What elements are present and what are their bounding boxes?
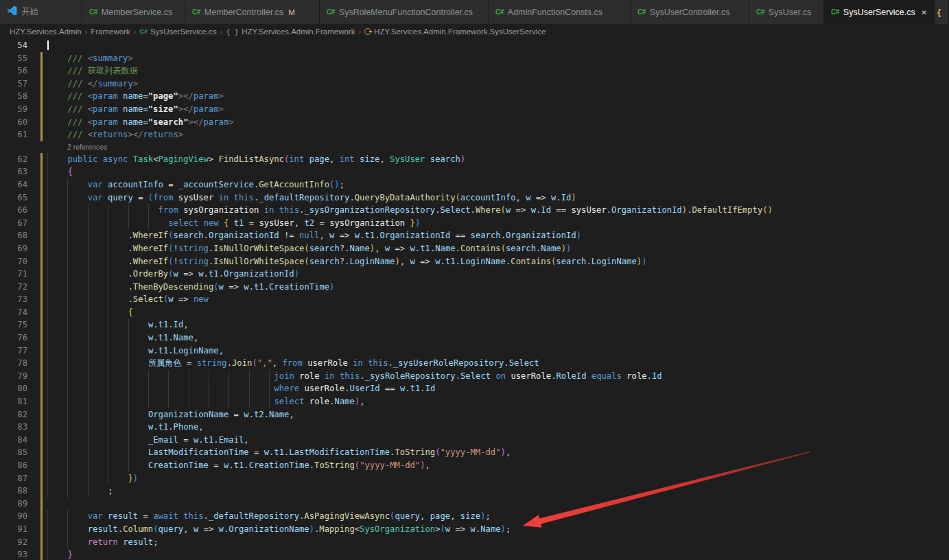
breadcrumb-item[interactable]: HZY.Services.Admin bbox=[10, 27, 82, 36]
code-editor[interactable]: 5455 /// <summary>56 /// 获取列表数据57 /// </… bbox=[0, 39, 949, 560]
tab-label: 开始 bbox=[21, 6, 38, 18]
breadcrumb-item[interactable]: Framework bbox=[91, 27, 130, 36]
indent-guides bbox=[47, 229, 128, 242]
line-number: 57 bbox=[0, 78, 27, 91]
code-line[interactable]: 85LastModificationTime = w.t1.LastModifi… bbox=[0, 446, 949, 459]
code-line[interactable]: 84_Email = w.t1.Email, bbox=[0, 434, 949, 447]
code-line-text: var accountInfo = _accountService.GetAcc… bbox=[47, 178, 344, 191]
code-line-text: .OrderBy(w => w.t1.OrganizationId) bbox=[47, 268, 299, 281]
indent-guides bbox=[47, 510, 88, 523]
git-modified-marker bbox=[40, 255, 43, 268]
code-line[interactable]: 62public async Task<PagingView> FindList… bbox=[0, 153, 949, 166]
indent-guides bbox=[47, 548, 67, 560]
git-modified-marker bbox=[40, 78, 43, 91]
indent-guides bbox=[47, 318, 148, 331]
code-line[interactable]: 68.WhereIf(search.OrganizationId != null… bbox=[0, 229, 949, 242]
code-line[interactable]: 82OrganizationName = w.t2.Name, bbox=[0, 408, 949, 421]
code-line[interactable]: 90var result = await this._defaultReposi… bbox=[0, 510, 949, 523]
indent-guides bbox=[47, 357, 148, 370]
codelens-references[interactable]: 2 references bbox=[67, 141, 107, 153]
tab-membercontroller.cs[interactable]: C#MemberController.csM bbox=[185, 0, 320, 24]
indent-guides bbox=[47, 255, 128, 268]
git-modified-marker bbox=[40, 357, 43, 370]
tab-label: SysUser.cs bbox=[769, 8, 812, 17]
code-line[interactable]: 59 /// <param name="size"></param> bbox=[0, 103, 949, 116]
code-line[interactable]: 79join role in this._sysRoleRepository.S… bbox=[0, 370, 949, 383]
line-number: 91 bbox=[0, 523, 27, 536]
code-line-text: from sysOrganization in this._sysOrganiz… bbox=[47, 204, 773, 217]
code-line[interactable]: 89 bbox=[0, 498, 949, 511]
code-line[interactable]: 69.WhereIf(!string.IsNullOrWhiteSpace(se… bbox=[0, 242, 949, 255]
tab-开始[interactable]: 开始 bbox=[0, 0, 82, 24]
code-line[interactable]: 56 /// 获取列表数据 bbox=[0, 65, 949, 78]
code-line[interactable]: 57 /// </summary> bbox=[0, 78, 949, 91]
code-line[interactable]: 58 /// <param name="page"></param> bbox=[0, 90, 949, 103]
code-line[interactable]: 60 /// <param name="search"></param> bbox=[0, 116, 949, 129]
tab-sysusercontroller.cs[interactable]: C#SysUserController.cs bbox=[631, 0, 749, 24]
tab-sysrolemenufunctioncontroller.cs[interactable]: C#SysRoleMenuFunctionController.cs bbox=[320, 0, 489, 24]
git-modified-marker bbox=[40, 345, 43, 358]
git-modified-marker bbox=[40, 103, 43, 116]
git-modified-marker bbox=[40, 128, 43, 141]
indent-guides bbox=[47, 536, 88, 549]
code-line[interactable]: 74{ bbox=[0, 306, 949, 319]
code-line[interactable]: 73.Select(w => new bbox=[0, 293, 949, 306]
tab-label: SysUserController.cs bbox=[650, 8, 730, 17]
code-line[interactable]: 83w.t1.Phone, bbox=[0, 421, 949, 434]
indent-guides bbox=[47, 242, 128, 255]
code-line[interactable]: 81select role.Name), bbox=[0, 395, 949, 408]
code-line[interactable]: 67select new { t1 = sysUser, t2 = sysOrg… bbox=[0, 217, 949, 230]
line-number: 79 bbox=[0, 370, 27, 383]
code-line[interactable]: 87}) bbox=[0, 472, 949, 485]
code-line[interactable]: 54 bbox=[0, 39, 949, 52]
code-line[interactable]: 93} bbox=[0, 548, 949, 560]
git-modified-marker bbox=[40, 306, 43, 319]
code-line-text: OrganizationName = w.t2.Name, bbox=[47, 408, 294, 421]
git-modified-marker bbox=[40, 370, 43, 383]
breadcrumb-item[interactable]: { }HZY.Services.Admin.Framework bbox=[226, 27, 355, 36]
code-line[interactable]: 80where userRole.UserId == w.t1.Id bbox=[0, 382, 949, 395]
code-line[interactable]: 76w.t1.Name, bbox=[0, 331, 949, 345]
code-line[interactable]: 66from sysOrganization in this._sysOrgan… bbox=[0, 204, 949, 217]
csharp-file-icon: C# bbox=[637, 8, 646, 16]
indent-guides bbox=[47, 382, 274, 395]
code-line[interactable]: 64var accountInfo = _accountService.GetA… bbox=[0, 178, 949, 191]
code-line[interactable]: 61 /// <returns></returns> bbox=[0, 128, 949, 141]
code-line[interactable]: 71.OrderBy(w => w.t1.OrganizationId) bbox=[0, 268, 949, 281]
tab-adminfunctionconsts.cs[interactable]: C#AdminFunctionConsts.cs bbox=[489, 0, 631, 24]
code-line[interactable]: 86CreationTime = w.t1.CreationTime.ToStr… bbox=[0, 459, 949, 472]
code-line[interactable]: 55 /// <summary> bbox=[0, 52, 949, 65]
tab-sysuser.cs[interactable]: C#SysUser.cs bbox=[749, 0, 824, 24]
csharp-file-icon: C# bbox=[327, 8, 335, 16]
code-line[interactable]: 72.ThenByDescending(w => w.t1.CreationTi… bbox=[0, 281, 949, 294]
tab-sysuserservice.cs[interactable]: C#SysUserService.cs× bbox=[824, 0, 935, 24]
code-line[interactable]: 92return result; bbox=[0, 536, 949, 549]
tab-[interactable]: { bbox=[935, 0, 949, 24]
git-modified-marker bbox=[40, 510, 43, 523]
code-line[interactable]: 78所属角色 = string.Join(",", from userRole … bbox=[0, 357, 949, 370]
breadcrumb-item-label: Framework bbox=[91, 27, 130, 36]
code-line[interactable]: 70.WhereIf(!string.IsNullOrWhiteSpace(se… bbox=[0, 255, 949, 268]
git-modified-marker bbox=[40, 459, 43, 472]
csharp-file-icon: C# bbox=[192, 8, 200, 16]
tab-close-icon[interactable]: × bbox=[922, 7, 927, 17]
git-modified-marker bbox=[40, 434, 43, 447]
tab-memberservice.cs[interactable]: C#MemberService.cs bbox=[82, 0, 185, 24]
tab-label: MemberService.cs bbox=[102, 8, 173, 17]
code-line-text: .WhereIf(search.OrganizationId != null, … bbox=[47, 229, 581, 242]
code-line[interactable]: 91result.Column(query, w => w.Organizati… bbox=[0, 523, 949, 536]
breadcrumb-item[interactable]: C#SysUserService.cs bbox=[139, 27, 216, 36]
line-number: 84 bbox=[0, 434, 27, 447]
code-line-text: /// <summary> bbox=[47, 52, 133, 65]
code-line[interactable]: 65var query = (from sysUser in this._def… bbox=[0, 191, 949, 205]
breadcrumb-item[interactable]: HZY.Services.Admin.Framework.SysUserServ… bbox=[364, 27, 546, 36]
code-line[interactable]: 75w.t1.Id, bbox=[0, 318, 949, 331]
code-line[interactable]: 88; bbox=[0, 485, 949, 498]
code-line[interactable]: 77w.t1.LoginName, bbox=[0, 345, 949, 358]
line-number: 82 bbox=[0, 408, 27, 421]
code-line-text: w.t1.Name, bbox=[47, 331, 198, 345]
code-line-text: LastModificationTime = w.t1.LastModifica… bbox=[47, 446, 511, 459]
breadcrumb-item-label: HZY.Services.Admin.Framework.SysUserServ… bbox=[374, 27, 546, 36]
code-line[interactable]: 63{ bbox=[0, 165, 949, 178]
git-modified-marker bbox=[40, 523, 43, 536]
